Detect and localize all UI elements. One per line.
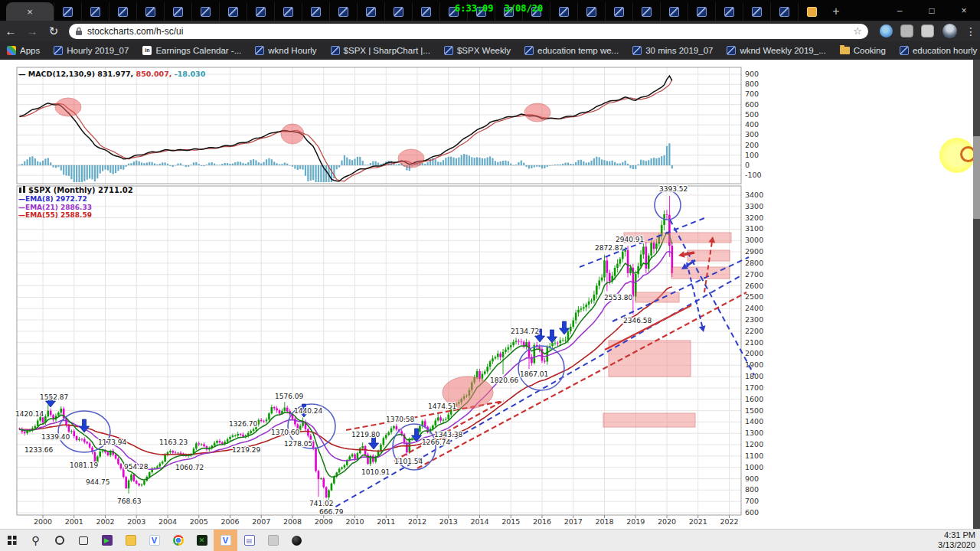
active-trading-app[interactable]: V — [214, 530, 237, 551]
svg-text:0: 0 — [745, 161, 750, 169]
minimize-button[interactable]: – — [884, 0, 916, 21]
task-view-button[interactable] — [71, 530, 95, 551]
svg-text:2015: 2015 — [501, 517, 520, 526]
file-explorer-app[interactable] — [119, 530, 142, 551]
browser-menu-icon[interactable]: ⋮ — [962, 25, 980, 37]
close-button[interactable]: × — [948, 0, 980, 21]
search-button[interactable]: ⚲ — [24, 530, 47, 551]
bookmark-item[interactable]: wknd Hourly — [255, 46, 316, 55]
browser-tab[interactable] — [743, 2, 770, 21]
extension-icon-1[interactable] — [880, 24, 893, 37]
browser-tab[interactable] — [329, 2, 357, 21]
browser-tab[interactable] — [412, 2, 439, 21]
bookmark-item[interactable]: $SPX Weekly — [444, 46, 511, 55]
svg-text:2014: 2014 — [470, 517, 488, 526]
sc-icon — [444, 46, 453, 55]
browser-tab[interactable] — [54, 2, 81, 21]
browser-tab[interactable] — [577, 2, 605, 21]
browser-tab[interactable] — [109, 2, 136, 21]
forward-button[interactable]: → — [21, 24, 43, 37]
bookmark-item[interactable]: $SPX | SharpChart |... — [331, 46, 430, 55]
new-tab-button[interactable]: + — [825, 2, 847, 21]
sharpchart-icon — [19, 187, 21, 193]
svg-text:1200: 1200 — [745, 440, 763, 448]
svg-text:1300: 1300 — [745, 429, 763, 437]
back-button[interactable]: ← — [0, 24, 21, 37]
bookmark-item[interactable]: inEarnings Calendar -... — [142, 46, 241, 55]
svg-text:2800: 2800 — [745, 259, 763, 267]
browser-tab[interactable] — [357, 2, 384, 21]
bookmark-item[interactable]: education temp we... — [524, 46, 619, 55]
bookmark-label: education hourly — [913, 46, 977, 55]
browser-tab[interactable] — [164, 2, 191, 21]
svg-text:1474.51: 1474.51 — [428, 403, 456, 410]
browser-tab[interactable] — [715, 2, 743, 21]
overlay-date: 3/08/20 — [505, 3, 544, 14]
bookmark-item[interactable]: education hourly — [900, 46, 977, 55]
year-labels: 2000200120022003200420052006200720082009… — [34, 517, 739, 526]
svg-text:2019: 2019 — [626, 517, 645, 526]
reload-button[interactable]: ↻ — [43, 24, 64, 38]
cortana-button[interactable] — [47, 530, 71, 551]
bookmark-item[interactable]: 30 mins 2019_07 — [632, 46, 713, 55]
scrollbar-thumb[interactable] — [973, 136, 980, 219]
profile-avatar[interactable] — [942, 24, 957, 38]
system-clock[interactable]: 4:31 PM 3/13/2020 — [938, 530, 980, 549]
svg-text:1233.66: 1233.66 — [24, 446, 53, 454]
bookmark-label: $SPX Weekly — [457, 46, 511, 55]
browser-tab[interactable] — [136, 2, 164, 21]
browser-tab[interactable] — [688, 2, 715, 21]
browser-tab[interactable] — [605, 2, 632, 21]
active-tab[interactable]: × — [6, 2, 54, 21]
start-button[interactable] — [0, 530, 24, 551]
browser-tab[interactable] — [274, 2, 302, 21]
browser-tab[interactable] — [770, 2, 798, 21]
browser-tab[interactable] — [632, 2, 660, 21]
url-text[interactable]: stockcharts.com/h-sc/ui — [87, 26, 853, 37]
svg-text:1370.58: 1370.58 — [386, 416, 414, 423]
trading-app[interactable]: V — [142, 530, 166, 551]
address-bar[interactable]: stockcharts.com/h-sc/ui ☆ — [69, 24, 868, 39]
browser-tab[interactable] — [660, 2, 688, 21]
bookmarks-bar: AppsHourly 2019_07inEarnings Calendar -.… — [0, 41, 980, 60]
tab-close-icon[interactable]: × — [27, 6, 33, 18]
browser-tab[interactable] — [384, 2, 412, 21]
browser-tab[interactable] — [247, 2, 274, 21]
bookmark-star-icon[interactable]: ☆ — [853, 25, 862, 37]
browser-tab[interactable] — [81, 2, 109, 21]
svg-text:1010.91: 1010.91 — [361, 468, 390, 476]
browser-tab[interactable] — [798, 2, 825, 21]
bookmark-item[interactable]: Cooking — [840, 46, 886, 55]
svg-text:2013: 2013 — [439, 517, 458, 526]
svg-text:2003: 2003 — [127, 517, 145, 526]
tab-list — [54, 0, 825, 21]
notes-app[interactable]: ▤ — [237, 530, 261, 551]
browser-tab[interactable] — [191, 2, 219, 21]
extension-icon-2[interactable] — [900, 24, 913, 37]
browser-tab[interactable] — [550, 2, 577, 21]
chrome-app[interactable] — [166, 530, 190, 551]
svg-text:1343.38: 1343.38 — [434, 431, 462, 439]
bookmark-label: wknd Hourly — [268, 46, 316, 55]
svg-text:1278.05: 1278.05 — [284, 440, 312, 448]
svg-text:2001: 2001 — [65, 517, 83, 526]
bookmark-item[interactable]: wknd Weekly 2019_... — [727, 46, 825, 55]
maximize-button[interactable]: □ — [916, 0, 948, 21]
bookmark-item[interactable]: Hourly 2019_07 — [54, 46, 129, 55]
svg-text:900: 900 — [745, 70, 759, 78]
browser-tab[interactable] — [302, 2, 329, 21]
svg-text:—EMA(21) 2886.33: —EMA(21) 2886.33 — [18, 204, 92, 211]
gray-app[interactable] — [261, 530, 285, 551]
stockcharts-favicon-icon — [145, 7, 155, 17]
spx-sharpchart[interactable]: 9008007006005004003002001000-10034003300… — [0, 60, 980, 529]
media-player-app[interactable]: ▶ — [95, 530, 119, 551]
scrollbar-track[interactable] — [973, 60, 980, 529]
svg-text:2010: 2010 — [345, 517, 364, 526]
dark-sphere-app[interactable] — [285, 530, 309, 551]
browser-tab[interactable] — [219, 2, 247, 21]
bookmark-item[interactable]: Apps — [7, 46, 40, 55]
svg-text:2600: 2600 — [745, 282, 763, 290]
green-x-app[interactable]: ✕ — [190, 530, 214, 551]
extension-icon-3[interactable] — [921, 24, 934, 37]
bookmark-label: Earnings Calendar -... — [155, 46, 241, 55]
